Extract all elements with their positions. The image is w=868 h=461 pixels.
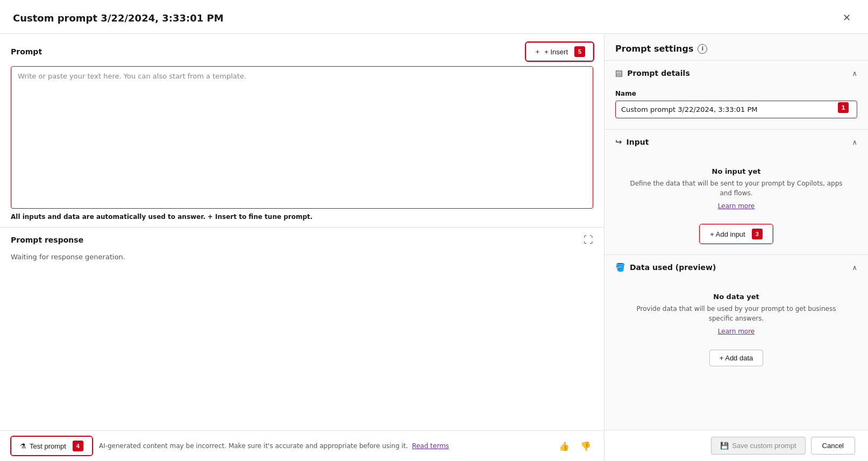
no-data-container: No data yet Provide data that will be us… <box>615 284 857 340</box>
add-data-button[interactable]: + Add data <box>709 350 764 366</box>
response-header: Prompt response ⛶ <box>11 234 593 245</box>
save-icon: 💾 <box>720 442 729 450</box>
hint-text: All inputs and data are automatically us… <box>11 213 205 221</box>
bucket-icon: 🪣 <box>615 263 625 272</box>
no-data-desc: Provide data that will be used by your p… <box>624 304 849 323</box>
prompt-section-header: Prompt ＋ + Insert 5 <box>11 42 593 61</box>
prompt-section: Prompt ＋ + Insert 5 Write or paste your … <box>0 34 604 228</box>
beaker-icon: ⚗ <box>20 442 26 450</box>
left-panel: Prompt ＋ + Insert 5 Write or paste your … <box>0 34 604 461</box>
badge-3: 3 <box>752 229 763 239</box>
name-label: Name <box>615 90 857 97</box>
info-icon[interactable]: i <box>698 44 707 54</box>
prompt-textarea[interactable]: Write or paste your text here. You can a… <box>11 66 593 209</box>
input-label: Input <box>627 138 649 146</box>
prompt-details-title-row: ▤ Prompt details <box>615 68 690 78</box>
prompt-details-label: Prompt details <box>627 69 690 77</box>
input-title-row: ↪ Input <box>615 137 649 147</box>
thumbs-down-button[interactable]: 👎 <box>578 439 593 453</box>
data-used-header[interactable]: 🪣 Data used (preview) ∧ <box>604 255 868 280</box>
input-chevron-up-icon: ∧ <box>852 138 857 146</box>
hint-insert: + Insert to fine tune prompt. <box>208 213 313 221</box>
data-used-accordion: 🪣 Data used (preview) ∧ No data yet Prov… <box>604 254 868 377</box>
thumbs-up-button[interactable]: 👍 <box>557 439 572 453</box>
dialog-footer: 💾 Save custom prompt Cancel <box>604 430 868 461</box>
data-used-body: No data yet Provide data that will be us… <box>604 280 868 377</box>
save-label: Save custom prompt <box>732 442 796 450</box>
response-section: Prompt response ⛶ Waiting for response g… <box>0 228 604 430</box>
save-custom-prompt-button[interactable]: 💾 Save custom prompt <box>711 437 805 455</box>
right-header: Prompt settings i <box>604 34 868 60</box>
insert-button[interactable]: ＋ + Insert 5 <box>526 42 593 61</box>
prompt-details-header[interactable]: ▤ Prompt details ∧ <box>604 61 868 86</box>
input-header[interactable]: ↪ Input ∧ <box>604 130 868 154</box>
data-learn-more-link[interactable]: Learn more <box>718 328 755 335</box>
input-icon: ↪ <box>615 137 622 147</box>
no-input-container: No input yet Define the data that will b… <box>615 159 857 215</box>
name-input[interactable] <box>615 101 857 118</box>
expand-icon[interactable]: ⛶ <box>584 234 593 245</box>
prompt-details-body: Name 1 <box>604 86 868 127</box>
data-used-label: Data used (preview) <box>630 263 716 272</box>
data-used-title-row: 🪣 Data used (preview) <box>615 263 716 272</box>
no-input-desc: Define the data that will be sent to you… <box>624 179 849 198</box>
add-input-button[interactable]: + Add input 3 <box>700 224 772 244</box>
dialog-title: Custom prompt 3/22/2024, 3:33:01 PM <box>13 12 224 24</box>
read-terms-link[interactable]: Read terms <box>412 442 449 450</box>
insert-label: + Insert <box>544 48 568 56</box>
dialog-header: Custom prompt 3/22/2024, 3:33:01 PM ✕ <box>0 0 868 34</box>
right-title: Prompt settings <box>615 44 693 54</box>
badge-1: 1 <box>838 102 849 113</box>
response-text: Waiting for response generation. <box>11 251 593 263</box>
disclaimer: AI-generated content may be incorrect. M… <box>99 442 550 450</box>
badge-5: 5 <box>574 46 585 57</box>
test-prompt-button[interactable]: ⚗ Test prompt 4 <box>11 436 93 456</box>
add-data-label: + Add data <box>720 354 753 362</box>
prompt-hint: All inputs and data are automatically us… <box>11 213 593 221</box>
data-used-chevron-up-icon: ∧ <box>852 264 857 272</box>
chevron-up-icon: ∧ <box>852 69 857 77</box>
plus-icon: ＋ <box>534 47 541 56</box>
no-data-title: No data yet <box>624 293 849 301</box>
input-accordion: ↪ Input ∧ No input yet Define the data t… <box>604 129 868 254</box>
badge-4: 4 <box>73 441 83 451</box>
test-prompt-label: Test prompt <box>30 442 66 450</box>
add-input-label: + Add input <box>710 230 745 238</box>
document-icon: ▤ <box>615 68 623 78</box>
response-label: Prompt response <box>11 236 83 244</box>
cancel-button[interactable]: Cancel <box>811 437 855 455</box>
close-button[interactable]: ✕ <box>838 10 855 26</box>
prompt-label: Prompt <box>11 47 42 56</box>
prompt-details-accordion: ▤ Prompt details ∧ Name 1 <box>604 60 868 129</box>
no-input-title: No input yet <box>624 167 849 175</box>
right-panel: Prompt settings i ▤ Prompt details ∧ Nam… <box>604 34 868 461</box>
disclaimer-text: AI-generated content may be incorrect. M… <box>99 442 408 450</box>
custom-prompt-dialog: Custom prompt 3/22/2024, 3:33:01 PM ✕ Pr… <box>0 0 868 461</box>
input-learn-more-link[interactable]: Learn more <box>718 202 755 210</box>
bottom-bar: ⚗ Test prompt 4 AI-generated content may… <box>0 430 604 461</box>
dialog-body: Prompt ＋ + Insert 5 Write or paste your … <box>0 34 868 461</box>
input-body: No input yet Define the data that will b… <box>604 154 868 254</box>
